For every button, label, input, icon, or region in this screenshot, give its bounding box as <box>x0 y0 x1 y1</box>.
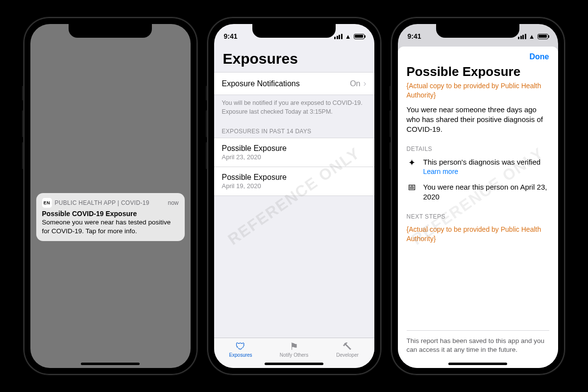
page-title: Possible Exposure <box>407 64 549 79</box>
home-indicator[interactable] <box>265 363 323 365</box>
tab-notify-others[interactable]: ⚑ Notify Others <box>268 338 321 361</box>
detail-date-text: You were near this person on April 23, 2… <box>423 182 549 201</box>
detail-sheet: Done Possible Exposure {Actual copy to b… <box>398 47 558 368</box>
tab-label: Notify Others <box>280 352 308 358</box>
phone-mockup-notification: EN PUBLIC HEALTH APP | COVID-19 now Poss… <box>24 17 197 375</box>
tab-label: Developer <box>336 352 359 358</box>
notification-time: now <box>168 199 178 206</box>
notification-app-icon: EN <box>42 198 52 208</box>
wifi-icon: ▲ <box>529 33 535 40</box>
exposure-notifications-row[interactable]: Exposure Notifications On › <box>214 72 374 95</box>
exposure-row-date: April 19, 2020 <box>222 182 261 190</box>
device-notch <box>69 24 152 38</box>
calendar-icon: 📅︎ <box>407 182 417 201</box>
battery-icon <box>538 34 548 39</box>
status-time: 9:41 <box>224 32 238 40</box>
exposure-description: You were near someone three days ago who… <box>407 105 549 135</box>
status-time: 9:41 <box>408 32 421 40</box>
phone-mockup-exposure-detail: 9:41 ▲ Done Possible Exposure {Actual co… <box>391 17 565 375</box>
cellular-signal-icon <box>334 34 343 39</box>
page-title: Exposures <box>214 48 374 72</box>
phone-mockup-exposures-list: 9:41 ▲ Exposures Exposure Notifications … <box>207 17 381 375</box>
notification-app-name: PUBLIC HEALTH APP | COVID-19 <box>55 199 165 206</box>
device-notch <box>436 24 519 38</box>
exposure-row[interactable]: Possible Exposure April 23, 2020 <box>214 138 374 167</box>
tab-exposures[interactable]: 🛡︎ Exposures <box>214 338 268 361</box>
battery-icon <box>354 34 365 39</box>
verified-badge-icon: ✦ <box>407 157 417 176</box>
exposure-row-date: April 23, 2020 <box>222 153 261 161</box>
details-header: DETAILS <box>407 146 549 152</box>
home-indicator[interactable] <box>448 363 507 365</box>
hammer-icon: 🔨︎ <box>343 342 352 351</box>
tab-label: Exposures <box>229 352 252 358</box>
placeholder-copy: {Actual copy to be provided by Public He… <box>407 81 549 100</box>
exposure-row-title: Possible Exposure <box>222 144 287 153</box>
learn-more-link[interactable]: Learn more <box>423 168 541 175</box>
exposure-row[interactable]: Possible Exposure April 19, 2020 <box>214 167 374 196</box>
notification-title: Possible COVID-19 Exposure <box>42 210 179 218</box>
push-notification[interactable]: EN PUBLIC HEALTH APP | COVID-19 now Poss… <box>36 193 185 241</box>
section-footer-note: You will be notified if you are exposed … <box>214 95 374 124</box>
placeholder-copy: {Actual copy to be provided by Public He… <box>407 225 549 244</box>
detail-verified-text: This person's diagnosis was verified <box>423 157 541 167</box>
next-steps-header: NEXT STEPS <box>407 213 549 220</box>
report-saved-note: This report has been saved to this app a… <box>407 330 549 354</box>
device-notch <box>252 24 336 38</box>
notification-body: Someone you were near has tested positiv… <box>42 218 179 235</box>
exposure-row-title: Possible Exposure <box>222 173 287 182</box>
done-button[interactable]: Done <box>530 52 549 61</box>
tab-developer[interactable]: 🔨︎ Developer <box>321 338 374 361</box>
shield-icon: 🛡︎ <box>236 342 245 351</box>
row-value: On <box>350 79 360 88</box>
home-indicator[interactable] <box>81 363 140 365</box>
wifi-icon: ▲ <box>345 33 351 40</box>
flag-icon: ⚑ <box>290 342 298 351</box>
chevron-right-icon: › <box>364 78 367 89</box>
row-label: Exposure Notifications <box>222 79 300 88</box>
section-header: EXPOSURES IN PAST 14 DAYS <box>214 124 374 138</box>
detail-verified-row: ✦ This person's diagnosis was verified L… <box>407 157 549 176</box>
detail-date-row: 📅︎ You were near this person on April 23… <box>407 182 549 201</box>
cellular-signal-icon <box>518 34 526 39</box>
